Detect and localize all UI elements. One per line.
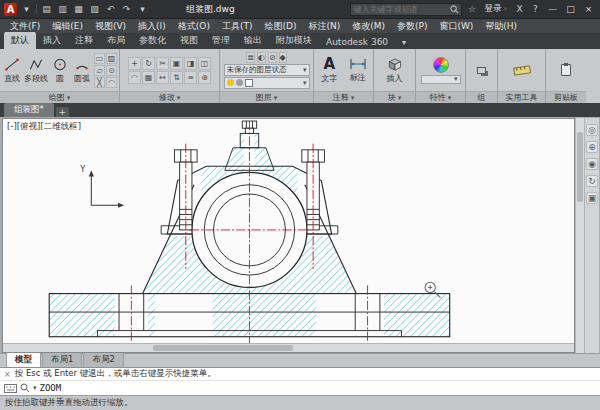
text-tool-button[interactable]: A 文字: [316, 57, 343, 84]
ribbon-tab-addins[interactable]: 附加模块: [269, 32, 319, 49]
menu-draw[interactable]: 绘图(D): [258, 20, 302, 33]
insert-block-button[interactable]: 插入: [381, 57, 408, 84]
ribbon-tab-view[interactable]: 视图: [173, 32, 205, 49]
layout-tab-layout2[interactable]: 布局2: [83, 352, 123, 367]
ribbon-tab-home[interactable]: 默认: [4, 32, 36, 49]
horizontal-scrollbar-thumb[interactable]: [153, 345, 293, 351]
rotate-tool-icon[interactable]: ↻: [142, 57, 155, 70]
maximize-button[interactable]: □: [563, 2, 578, 16]
clipboard-icon[interactable]: [561, 64, 571, 76]
recent-commands-icon[interactable]: [20, 383, 30, 393]
panel-draw-title[interactable]: 绘图 ▾: [0, 91, 119, 103]
mirror-tool-icon[interactable]: ◫: [198, 57, 211, 70]
scale-tool-icon[interactable]: ⇅: [170, 71, 183, 84]
autocad-logo-button[interactable]: A: [4, 3, 17, 16]
line-tool-button[interactable]: 直线: [2, 57, 22, 84]
dimension-tool-button[interactable]: 标注: [345, 57, 372, 83]
layer-isolate-icon[interactable]: ⊘: [268, 52, 277, 63]
xline-tool-icon[interactable]: ╳: [94, 77, 105, 88]
zoom-extents-icon[interactable]: ⊕: [586, 141, 598, 153]
vertical-scrollbar-thumb[interactable]: [577, 132, 583, 202]
color-dropdown[interactable]: ▾: [421, 75, 461, 84]
redo-icon[interactable]: ↷: [120, 3, 133, 16]
circle-tool-button[interactable]: 圆: [50, 57, 70, 84]
ribbon-tab-a360[interactable]: Autodesk 360: [319, 35, 395, 49]
undo-icon[interactable]: ↶: [104, 3, 117, 16]
menu-format[interactable]: 格式(O): [172, 20, 216, 33]
minimize-button[interactable]: —: [545, 2, 560, 16]
command-input-row[interactable]: ▾ ZOOM: [0, 381, 600, 395]
signin-button[interactable]: 登录 ▾: [481, 3, 510, 15]
menu-help[interactable]: 帮助(H): [479, 20, 523, 33]
pan-icon[interactable]: ◉: [586, 158, 598, 170]
layer-select-dropdown[interactable]: ▾: [224, 77, 310, 89]
qat-dropdown-icon[interactable]: ▾: [136, 3, 149, 16]
vertical-scrollbar[interactable]: [575, 118, 584, 353]
panel-group-title[interactable]: 组: [466, 91, 497, 103]
stretch-tool-icon[interactable]: ↔: [156, 71, 169, 84]
save-file-icon[interactable]: ▦: [72, 3, 85, 16]
menu-modify[interactable]: 修改(M): [346, 20, 391, 33]
new-file-icon[interactable]: ▤: [40, 3, 53, 16]
menu-tools[interactable]: 工具(T): [216, 20, 259, 33]
menu-parametric[interactable]: 参数(P): [391, 20, 433, 33]
viewport-controls-label[interactable]: [-][俯视][二维线框]: [7, 121, 81, 133]
color-wheel-icon[interactable]: [433, 57, 449, 73]
horizontal-scrollbar[interactable]: [3, 343, 574, 352]
showmotion-icon[interactable]: ▣: [586, 192, 598, 204]
erase-tool-icon[interactable]: ▣: [170, 57, 183, 70]
ribbon-tab-parametric[interactable]: 参数化: [132, 32, 173, 49]
orbit-icon[interactable]: ↻: [586, 175, 598, 187]
offset-tool-icon[interactable]: ≡: [184, 71, 197, 84]
drawing-canvas[interactable]: [-][俯视][二维线框]: [2, 118, 575, 353]
menu-edit[interactable]: 编辑(E): [46, 20, 89, 33]
ribbon-tab-annotate[interactable]: 注释: [68, 32, 100, 49]
ribbon-tab-layout[interactable]: 布局: [100, 32, 132, 49]
menu-file[interactable]: 文件(F): [4, 20, 46, 33]
copy-tool-icon[interactable]: ◨: [184, 57, 197, 70]
ribbon-tab-manage[interactable]: 管理: [205, 32, 237, 49]
array-tool-icon[interactable]: ▦: [142, 71, 155, 84]
plot-icon[interactable]: ▧: [88, 3, 101, 16]
spline-tool-icon[interactable]: ◠: [106, 77, 117, 88]
measure-icon[interactable]: [513, 63, 531, 77]
ribbon-tab-output[interactable]: 输出: [237, 32, 269, 49]
menu-view[interactable]: 视图(V): [89, 20, 132, 33]
exchange-apps-icon[interactable]: X: [513, 3, 526, 16]
move-tool-icon[interactable]: +: [128, 57, 141, 70]
open-file-icon[interactable]: ▥: [56, 3, 69, 16]
command-close-icon[interactable]: ×: [4, 370, 11, 379]
layout-tab-model[interactable]: 模型: [6, 352, 41, 367]
panel-modify-title[interactable]: 修改 ▾: [120, 91, 219, 103]
explode-tool-icon[interactable]: ⊕: [198, 71, 211, 84]
fillet-tool-icon[interactable]: ◠: [128, 71, 141, 84]
layer-off-icon[interactable]: ◐: [257, 52, 266, 63]
navigation-wheel-icon[interactable]: ◎: [586, 124, 598, 136]
polyline-tool-button[interactable]: 多段线: [24, 57, 48, 84]
close-button[interactable]: ×: [581, 2, 596, 16]
group-icon[interactable]: [477, 67, 486, 74]
search-icon[interactable]: [449, 3, 459, 16]
help-icon[interactable]: ?: [529, 3, 542, 16]
layer-freeze-icon[interactable]: ◆: [279, 52, 287, 63]
ribbon-tab-insert[interactable]: 插入: [36, 32, 68, 49]
layer-properties-icon[interactable]: ≣: [246, 52, 255, 63]
menu-dimension[interactable]: 标注(N): [302, 20, 346, 33]
search-input[interactable]: [353, 5, 447, 14]
polygon-tool-icon[interactable]: ▱: [94, 65, 105, 76]
menu-insert[interactable]: 插入(I): [132, 20, 172, 33]
recent-commands-dropdown-icon[interactable]: ▾: [33, 384, 37, 392]
drawing-svg[interactable]: Y: [3, 119, 574, 353]
drawing-file-tab[interactable]: 组装图*: [4, 103, 54, 117]
hatch-tool-icon[interactable]: ▨: [106, 53, 117, 64]
favorites-icon[interactable]: ☆: [465, 3, 478, 16]
panel-utilities-title[interactable]: 实用工具: [498, 91, 545, 103]
trim-tool-icon[interactable]: ✂: [156, 57, 169, 70]
panel-annotate-title[interactable]: 注释 ▾: [314, 91, 373, 103]
ribbon-minimize-icon[interactable]: ▾: [399, 36, 409, 49]
layout-tab-layout1[interactable]: 布局1: [42, 352, 82, 367]
layer-state-dropdown[interactable]: 未保存的图层状态 ▾: [224, 64, 310, 76]
arc-tool-button[interactable]: 圆弧: [72, 57, 92, 84]
logo-dropdown-icon[interactable]: ▾: [20, 3, 33, 16]
panel-layers-title[interactable]: 图层 ▾: [220, 91, 313, 103]
